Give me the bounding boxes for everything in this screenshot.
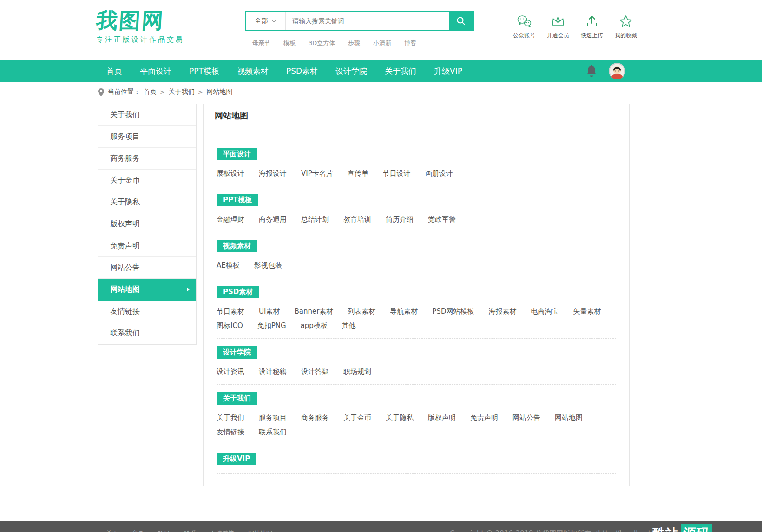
category-link[interactable]: 导航素材: [390, 307, 418, 315]
footer-link-2[interactable]: 商务: [132, 529, 144, 532]
category-link[interactable]: 商务服务: [301, 414, 329, 422]
quick-upload-button[interactable]: 快速上传: [579, 14, 605, 39]
category-link[interactable]: 金融理财: [217, 215, 244, 223]
footer-link-6[interactable]: 网站地图: [248, 529, 272, 532]
category-link[interactable]: 海报素材: [488, 307, 516, 315]
category-link[interactable]: 展板设计: [217, 169, 244, 177]
hot-keyword-link[interactable]: 模板: [283, 39, 296, 47]
category-link[interactable]: 设计资讯: [217, 368, 244, 376]
sitemap-sections: 平面设计展板设计海报设计VIP卡名片宣传单节日设计画册设计PPT模板金融理财商务…: [204, 127, 629, 486]
category-link[interactable]: 图标ICO: [217, 322, 243, 330]
section-badge[interactable]: PSD素材: [217, 286, 259, 298]
category-link[interactable]: 版权声明: [428, 414, 456, 422]
category-link[interactable]: 党政军警: [428, 215, 456, 223]
category-link[interactable]: 服务项目: [259, 414, 287, 422]
sidebar-item-3[interactable]: 商务服务: [98, 148, 196, 170]
category-link[interactable]: 关于金币: [343, 414, 371, 422]
nav-item-4[interactable]: 视频素材: [228, 60, 277, 82]
category-link[interactable]: 节日设计: [383, 169, 411, 177]
notifications-bell-icon[interactable]: [585, 64, 598, 80]
category-link[interactable]: 节日素材: [217, 307, 244, 315]
search-category-dropdown[interactable]: 全部: [246, 12, 286, 30]
sidebar-item-6[interactable]: 版权声明: [98, 213, 196, 235]
category-link[interactable]: 其他: [342, 322, 356, 330]
nav-item-2[interactable]: 平面设计: [131, 60, 180, 82]
category-link[interactable]: 网站地图: [555, 414, 583, 422]
logo-text: 我图网: [95, 8, 185, 33]
footer-link-4[interactable]: 联系: [184, 529, 196, 532]
sidebar-item-5[interactable]: 关于隐私: [98, 191, 196, 213]
sidebar-item-2[interactable]: 服务项目: [98, 126, 196, 148]
hot-keyword-link[interactable]: 博客: [404, 39, 416, 47]
category-link[interactable]: 商务通用: [259, 215, 287, 223]
category-link[interactable]: app模板: [301, 322, 328, 330]
section-badge[interactable]: 设计学院: [217, 346, 257, 359]
breadcrumb-prefix: 当前位置：: [108, 88, 140, 96]
category-link[interactable]: 海报设计: [259, 169, 287, 177]
category-link[interactable]: 友情链接: [217, 428, 244, 436]
category-link[interactable]: AE模板: [217, 261, 240, 269]
category-link[interactable]: 设计答疑: [301, 368, 329, 376]
category-link[interactable]: 关于我们: [217, 414, 244, 422]
nav-item-8[interactable]: 升级VIP: [425, 60, 471, 82]
upload-icon: [585, 14, 599, 28]
sidebar-item-1[interactable]: 关于我们: [98, 104, 196, 126]
site-header: 我图网 专注正版设计作品交易 全部 母亲节模板3D立方体步骤小清新博客: [0, 0, 762, 60]
footer-link-1[interactable]: 关于: [106, 529, 118, 532]
category-link[interactable]: 网站公告: [512, 414, 540, 422]
breadcrumb-link-home[interactable]: 首页: [144, 88, 157, 96]
category-link[interactable]: 画册设计: [425, 169, 453, 177]
section-badge[interactable]: 升级VIP: [217, 453, 256, 465]
category-link[interactable]: 宣传单: [348, 169, 368, 177]
section-badge[interactable]: 视频素材: [217, 240, 257, 252]
hot-keyword-link[interactable]: 3D立方体: [309, 39, 335, 47]
sidebar-item-4[interactable]: 关于金币: [98, 170, 196, 191]
user-avatar[interactable]: [609, 63, 625, 79]
section-badge[interactable]: PPT模板: [217, 194, 258, 206]
category-link[interactable]: 影视包装: [254, 261, 282, 269]
nav-item-7[interactable]: 关于我们: [376, 60, 425, 82]
search-button[interactable]: [449, 12, 473, 30]
category-link[interactable]: 总结计划: [301, 215, 329, 223]
category-link[interactable]: Banner素材: [294, 307, 333, 315]
wechat-account-button[interactable]: 公众账号: [511, 14, 537, 39]
category-link[interactable]: 联系我们: [259, 428, 287, 436]
hot-keyword-link[interactable]: 母亲节: [252, 39, 270, 47]
category-link[interactable]: 矢量素材: [573, 307, 601, 315]
category-link[interactable]: 免责声明: [470, 414, 498, 422]
my-favorites-button[interactable]: 我的收藏: [613, 14, 639, 39]
nav-item-5[interactable]: PSD素材: [277, 60, 327, 82]
sidebar-item-11[interactable]: 联系我们: [98, 322, 196, 344]
sidebar-item-10[interactable]: 友情链接: [98, 301, 196, 322]
nav-item-3[interactable]: PPT模板: [180, 60, 228, 82]
hot-keyword-link[interactable]: 步骤: [348, 39, 360, 47]
sidebar-item-8[interactable]: 网站公告: [98, 257, 196, 279]
category-link[interactable]: 列表素材: [348, 307, 375, 315]
section-badge[interactable]: 平面设计: [217, 148, 257, 160]
brand-logo[interactable]: 我图网 专注正版设计作品交易: [96, 8, 184, 44]
category-link[interactable]: 电商淘宝: [531, 307, 558, 315]
open-vip-button[interactable]: 开通会员: [545, 14, 571, 39]
sidebar-item-9[interactable]: 网站地图: [98, 279, 196, 301]
footer-link-5[interactable]: 友情链接: [210, 529, 234, 532]
category-link[interactable]: 职场规划: [343, 368, 371, 376]
nav-item-1[interactable]: 首页: [98, 60, 131, 82]
category-link[interactable]: PSD网站模板: [432, 307, 474, 315]
search-input[interactable]: [286, 12, 449, 30]
category-link[interactable]: 关于隐私: [386, 414, 414, 422]
category-link[interactable]: VIP卡名片: [301, 169, 333, 177]
logo-text-left: 酷站: [652, 525, 678, 532]
footer-link-3[interactable]: 项目: [158, 529, 170, 532]
breadcrumb-link-about[interactable]: 关于我们: [169, 88, 195, 96]
category-link[interactable]: UI素材: [259, 307, 280, 315]
category-link[interactable]: 简历介绍: [386, 215, 414, 223]
kuzhan-logo[interactable]: 酷站 源码: [641, 523, 712, 532]
hot-keyword-link[interactable]: 小清新: [373, 39, 391, 47]
category-link[interactable]: 免扣PNG: [257, 322, 286, 330]
section-badge[interactable]: 关于我们: [217, 392, 257, 405]
category-link[interactable]: 教育培训: [343, 215, 371, 223]
sidebar-item-7[interactable]: 免责声明: [98, 235, 196, 257]
sitemap-section: 设计学院设计资讯设计秘籍设计答疑职场规划: [217, 346, 616, 385]
nav-item-6[interactable]: 设计学院: [327, 60, 376, 82]
category-link[interactable]: 设计秘籍: [259, 368, 287, 376]
